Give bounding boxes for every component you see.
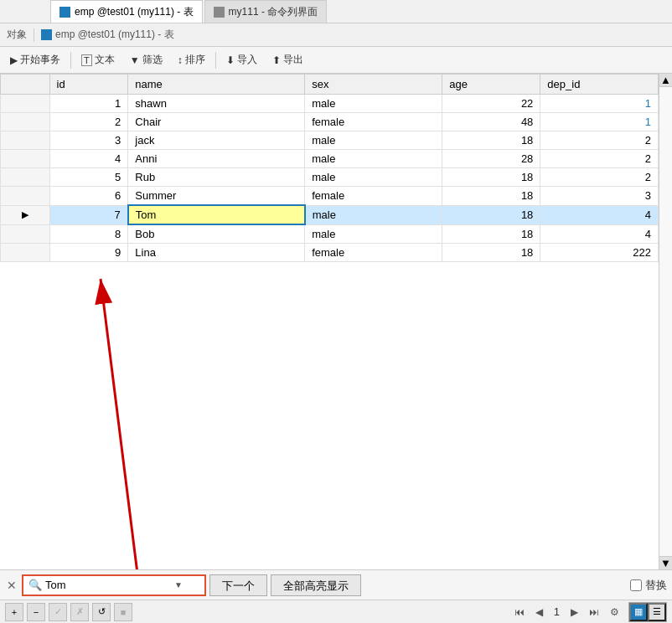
- view-toggle: ▦ ☰: [628, 602, 667, 622]
- refresh-button[interactable]: ↺: [92, 603, 111, 621]
- cell-age: 18: [442, 168, 540, 187]
- tab-cmd[interactable]: my111 - 命令列界面: [204, 0, 328, 23]
- stop-button[interactable]: ■: [114, 603, 132, 621]
- add-row-button[interactable]: +: [5, 603, 23, 621]
- sort-button[interactable]: ↕ 排序: [171, 49, 212, 71]
- cell-id: 2: [49, 113, 128, 131]
- next-button[interactable]: 下一个: [209, 574, 267, 596]
- cell-name[interactable]: Summer: [128, 187, 305, 206]
- cell-id: 7: [49, 205, 128, 224]
- begin-transaction-label: 开始事务: [20, 53, 60, 67]
- cell-name[interactable]: Tom: [128, 205, 305, 224]
- scroll-track[interactable]: [659, 87, 672, 556]
- nav-prev-button[interactable]: ◀: [530, 603, 549, 621]
- cell-age: 28: [442, 150, 540, 168]
- cell-name[interactable]: Lina: [128, 244, 305, 262]
- cell-name[interactable]: Rub: [128, 168, 305, 187]
- search-input[interactable]: [45, 579, 171, 591]
- text-button[interactable]: T 文本: [75, 49, 121, 71]
- cell-age: 48: [442, 113, 540, 131]
- header-sep: [34, 28, 34, 42]
- table-row[interactable]: 4Annimale282: [1, 150, 659, 168]
- nav-next-button[interactable]: ▶: [565, 603, 583, 621]
- cell-depid: 2: [540, 150, 659, 168]
- toolbar: ▶ 开始事务 T 文本 ▼ 筛选 ↕ 排序 ⬇ 导入 ⬆ 导出: [0, 47, 672, 74]
- cell-age: 18: [442, 131, 540, 150]
- table-name: emp @test01 (my111) - 表: [55, 28, 174, 42]
- page-number: 1: [551, 605, 563, 618]
- nav-last-button[interactable]: ⏭: [585, 603, 603, 621]
- cell-sex: female: [305, 113, 442, 131]
- table-row[interactable]: 2Chairfemale481: [1, 113, 659, 131]
- list-view-button[interactable]: ☰: [648, 603, 666, 621]
- cell-id: 5: [49, 168, 128, 187]
- begin-transaction-button[interactable]: ▶ 开始事务: [3, 49, 67, 71]
- highlight-all-button[interactable]: 全部高亮显示: [271, 574, 361, 596]
- col-id-header[interactable]: id: [49, 75, 128, 95]
- cell-sex: female: [305, 187, 442, 206]
- table-row[interactable]: 3jackmale182: [1, 131, 659, 150]
- nav-buttons: ⏮ ◀ 1 ▶ ⏭ ⚙ ▦ ☰: [510, 602, 667, 622]
- grid-view-button[interactable]: ▦: [629, 603, 648, 621]
- text-label: 文本: [95, 53, 115, 67]
- scroll-down-button[interactable]: ▼: [659, 556, 672, 569]
- table-row[interactable]: 6Summerfemale183: [1, 187, 659, 206]
- import-icon: ⬇: [226, 54, 235, 66]
- cancel-button[interactable]: ✗: [70, 603, 89, 621]
- cell-age: 18: [442, 187, 540, 206]
- tab-table[interactable]: emp @test01 (my111) - 表: [50, 0, 203, 23]
- scroll-up-button[interactable]: ▲: [659, 74, 672, 87]
- data-table: id name sex age dep_id 1shawnmale2212Cha…: [0, 74, 659, 262]
- nav-first-button[interactable]: ⏮: [510, 603, 529, 621]
- export-button[interactable]: ⬆ 导出: [266, 49, 310, 71]
- filter-button[interactable]: ▼ 筛选: [123, 49, 169, 71]
- tab-table-label: emp @test01 (my111) - 表: [75, 5, 194, 19]
- cell-sex: male: [305, 168, 442, 187]
- cell-id: 3: [49, 131, 128, 150]
- row-indicator: [1, 95, 50, 113]
- cell-sex: male: [305, 95, 442, 113]
- col-indicator-header: [1, 75, 50, 95]
- table-row[interactable]: 8Bobmale184: [1, 224, 659, 244]
- row-indicator: [1, 244, 50, 262]
- search-dropdown-button[interactable]: ▼: [174, 580, 183, 590]
- svg-line-1: [101, 279, 142, 569]
- delete-row-button[interactable]: −: [27, 603, 45, 621]
- search-close-button[interactable]: ✕: [5, 579, 18, 592]
- cell-name[interactable]: Bob: [128, 224, 305, 244]
- import-button[interactable]: ⬇ 导入: [220, 49, 264, 71]
- cell-id: 9: [49, 244, 128, 262]
- table-icon-small: [41, 29, 52, 40]
- cell-name[interactable]: Anni: [128, 150, 305, 168]
- table-row[interactable]: 5Rubmale182: [1, 168, 659, 187]
- row-indicator: [1, 113, 50, 131]
- col-age-header[interactable]: age: [442, 75, 540, 95]
- table-row[interactable]: 1shawnmale221: [1, 95, 659, 113]
- object-label: 对象: [7, 28, 27, 42]
- scrollbar[interactable]: ▲ ▼: [659, 74, 672, 569]
- table-icon: [59, 7, 70, 18]
- search-input-wrap: 🔍 ▼: [22, 574, 206, 596]
- table-row[interactable]: ▶7Tommale184: [1, 205, 659, 224]
- replace-checkbox[interactable]: [630, 579, 642, 591]
- row-indicator: [1, 168, 50, 187]
- confirm-button[interactable]: ✓: [49, 603, 67, 621]
- cell-id: 6: [49, 187, 128, 206]
- cell-name[interactable]: Chair: [128, 113, 305, 131]
- sort-label: 排序: [185, 53, 205, 67]
- row-indicator: ▶: [1, 205, 50, 224]
- cell-name[interactable]: shawn: [128, 95, 305, 113]
- col-sex-header[interactable]: sex: [305, 75, 442, 95]
- cell-name[interactable]: jack: [128, 131, 305, 150]
- settings-button[interactable]: ⚙: [605, 603, 623, 621]
- col-name-header[interactable]: name: [128, 75, 305, 95]
- text-icon: T: [81, 54, 92, 66]
- replace-wrap: 替换: [630, 578, 667, 593]
- col-depid-header[interactable]: dep_id: [540, 75, 659, 95]
- export-label: 导出: [283, 53, 303, 67]
- cell-sex: male: [305, 224, 442, 244]
- cell-age: 18: [442, 224, 540, 244]
- cell-sex: male: [305, 131, 442, 150]
- table-row[interactable]: 9Linafemale18222: [1, 244, 659, 262]
- cell-depid: 222: [540, 244, 659, 262]
